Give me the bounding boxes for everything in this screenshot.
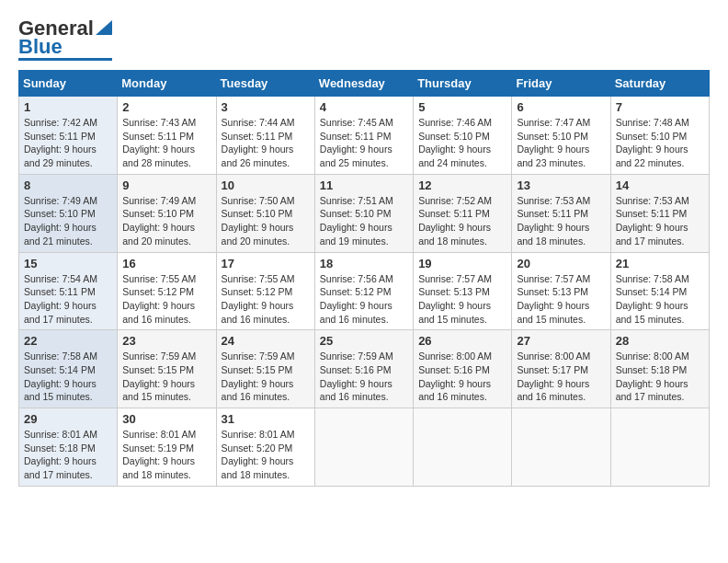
day-info: Sunrise: 7:42 AMSunset: 5:11 PMDaylight:…: [24, 116, 112, 170]
day-info: Sunrise: 7:58 AMSunset: 5:14 PMDaylight:…: [24, 350, 112, 404]
day-info: Sunrise: 7:49 AMSunset: 5:10 PMDaylight:…: [122, 194, 210, 248]
calendar-cell: 20Sunrise: 7:57 AMSunset: 5:13 PMDayligh…: [512, 252, 610, 330]
day-info: Sunrise: 8:01 AMSunset: 5:19 PMDaylight:…: [122, 428, 210, 482]
day-number: 4: [320, 100, 408, 114]
calendar-cell: 31Sunrise: 8:01 AMSunset: 5:20 PMDayligh…: [216, 408, 314, 487]
week-row-4: 22Sunrise: 7:58 AMSunset: 5:14 PMDayligh…: [19, 330, 710, 408]
day-info: Sunrise: 7:56 AMSunset: 5:12 PMDaylight:…: [320, 272, 408, 327]
logo: General Blue: [18, 18, 112, 61]
calendar-cell: 15Sunrise: 7:54 AMSunset: 5:11 PMDayligh…: [19, 252, 118, 330]
weekday-header-monday: Monday: [118, 71, 216, 97]
day-info: Sunrise: 7:48 AMSunset: 5:10 PMDaylight:…: [616, 116, 704, 170]
calendar-cell: 21Sunrise: 7:58 AMSunset: 5:14 PMDayligh…: [610, 252, 709, 330]
week-row-2: 8Sunrise: 7:49 AMSunset: 5:10 PMDaylight…: [19, 174, 710, 252]
day-number: 26: [418, 334, 506, 348]
day-number: 15: [24, 257, 112, 270]
day-info: Sunrise: 8:00 AMSunset: 5:18 PMDaylight:…: [616, 350, 704, 404]
day-number: 5: [418, 100, 506, 114]
day-number: 29: [24, 412, 112, 426]
calendar-cell: [610, 408, 709, 487]
calendar-cell: 16Sunrise: 7:55 AMSunset: 5:12 PMDayligh…: [118, 252, 216, 330]
day-number: 8: [24, 178, 112, 192]
day-info: Sunrise: 7:49 AMSunset: 5:10 PMDaylight:…: [24, 194, 112, 248]
day-info: Sunrise: 8:01 AMSunset: 5:20 PMDaylight:…: [222, 428, 310, 482]
calendar-cell: 18Sunrise: 7:56 AMSunset: 5:12 PMDayligh…: [314, 252, 413, 330]
calendar-cell: 5Sunrise: 7:46 AMSunset: 5:10 PMDaylight…: [414, 97, 512, 175]
weekday-header-saturday: Saturday: [610, 71, 709, 97]
week-row-5: 29Sunrise: 8:01 AMSunset: 5:18 PMDayligh…: [19, 408, 710, 487]
calendar-cell: 2Sunrise: 7:43 AMSunset: 5:11 PMDaylight…: [118, 97, 216, 175]
week-row-3: 15Sunrise: 7:54 AMSunset: 5:11 PMDayligh…: [19, 252, 710, 330]
calendar-cell: 10Sunrise: 7:50 AMSunset: 5:10 PMDayligh…: [216, 174, 314, 252]
day-number: 3: [222, 100, 310, 114]
day-number: 13: [517, 178, 605, 192]
day-number: 12: [418, 178, 506, 192]
calendar-cell: 7Sunrise: 7:48 AMSunset: 5:10 PMDaylight…: [610, 97, 709, 175]
day-number: 14: [616, 178, 704, 192]
calendar-cell: 9Sunrise: 7:49 AMSunset: 5:10 PMDaylight…: [118, 174, 216, 252]
logo-blue-text: Blue: [18, 37, 63, 57]
calendar-cell: 11Sunrise: 7:51 AMSunset: 5:10 PMDayligh…: [314, 174, 413, 252]
day-number: 7: [616, 100, 704, 114]
weekday-header-friday: Friday: [512, 71, 610, 97]
week-row-1: 1Sunrise: 7:42 AMSunset: 5:11 PMDaylight…: [19, 97, 710, 175]
day-info: Sunrise: 7:55 AMSunset: 5:12 PMDaylight:…: [222, 272, 310, 327]
calendar-cell: 19Sunrise: 7:57 AMSunset: 5:13 PMDayligh…: [414, 252, 512, 330]
calendar-cell: 3Sunrise: 7:44 AMSunset: 5:11 PMDaylight…: [216, 97, 314, 175]
day-number: 6: [517, 100, 605, 114]
day-info: Sunrise: 8:00 AMSunset: 5:16 PMDaylight:…: [418, 350, 506, 404]
day-number: 31: [222, 412, 310, 426]
day-number: 20: [517, 257, 605, 270]
day-info: Sunrise: 7:59 AMSunset: 5:15 PMDaylight:…: [122, 350, 210, 404]
day-number: 22: [24, 334, 112, 348]
day-number: 30: [122, 412, 210, 426]
day-info: Sunrise: 7:43 AMSunset: 5:11 PMDaylight:…: [122, 116, 210, 170]
day-info: Sunrise: 7:59 AMSunset: 5:16 PMDaylight:…: [320, 350, 408, 404]
day-info: Sunrise: 8:01 AMSunset: 5:18 PMDaylight:…: [24, 428, 112, 482]
day-number: 23: [122, 334, 210, 348]
day-info: Sunrise: 7:57 AMSunset: 5:13 PMDaylight:…: [517, 272, 605, 327]
day-info: Sunrise: 7:58 AMSunset: 5:14 PMDaylight:…: [616, 272, 704, 327]
day-number: 1: [24, 100, 112, 114]
calendar-cell: 4Sunrise: 7:45 AMSunset: 5:11 PMDaylight…: [314, 97, 413, 175]
day-number: 2: [122, 100, 210, 114]
day-number: 28: [616, 334, 704, 348]
day-info: Sunrise: 7:45 AMSunset: 5:11 PMDaylight:…: [320, 116, 408, 170]
day-info: Sunrise: 7:52 AMSunset: 5:11 PMDaylight:…: [418, 194, 506, 248]
day-info: Sunrise: 7:57 AMSunset: 5:13 PMDaylight:…: [418, 272, 506, 327]
day-number: 19: [418, 257, 506, 270]
calendar-cell: 30Sunrise: 8:01 AMSunset: 5:19 PMDayligh…: [118, 408, 216, 487]
day-number: 11: [320, 178, 408, 192]
calendar-cell: 14Sunrise: 7:53 AMSunset: 5:11 PMDayligh…: [610, 174, 709, 252]
day-number: 17: [222, 257, 310, 270]
calendar-cell: 25Sunrise: 7:59 AMSunset: 5:16 PMDayligh…: [314, 330, 413, 408]
calendar-cell: 24Sunrise: 7:59 AMSunset: 5:15 PMDayligh…: [216, 330, 314, 408]
weekday-header-tuesday: Tuesday: [216, 71, 314, 97]
calendar-body: 1Sunrise: 7:42 AMSunset: 5:11 PMDaylight…: [19, 97, 710, 487]
calendar-cell: 22Sunrise: 7:58 AMSunset: 5:14 PMDayligh…: [19, 330, 118, 408]
calendar-cell: 13Sunrise: 7:53 AMSunset: 5:11 PMDayligh…: [512, 174, 610, 252]
day-number: 27: [517, 334, 605, 348]
calendar-cell: 8Sunrise: 7:49 AMSunset: 5:10 PMDaylight…: [19, 174, 118, 252]
day-info: Sunrise: 7:47 AMSunset: 5:10 PMDaylight:…: [517, 116, 605, 170]
day-info: Sunrise: 8:00 AMSunset: 5:17 PMDaylight:…: [517, 350, 605, 404]
day-info: Sunrise: 7:54 AMSunset: 5:11 PMDaylight:…: [24, 272, 112, 327]
day-number: 18: [320, 257, 408, 270]
day-number: 9: [122, 178, 210, 192]
page-header: General Blue: [18, 18, 710, 61]
calendar-cell: 27Sunrise: 8:00 AMSunset: 5:17 PMDayligh…: [512, 330, 610, 408]
calendar-cell: 1Sunrise: 7:42 AMSunset: 5:11 PMDaylight…: [19, 97, 118, 175]
day-info: Sunrise: 7:53 AMSunset: 5:11 PMDaylight:…: [616, 194, 704, 248]
calendar-cell: 26Sunrise: 8:00 AMSunset: 5:16 PMDayligh…: [414, 330, 512, 408]
logo-arrow-icon: [96, 20, 112, 35]
calendar-cell: 6Sunrise: 7:47 AMSunset: 5:10 PMDaylight…: [512, 97, 610, 175]
calendar-cell: 23Sunrise: 7:59 AMSunset: 5:15 PMDayligh…: [118, 330, 216, 408]
day-info: Sunrise: 7:59 AMSunset: 5:15 PMDaylight:…: [222, 350, 310, 404]
day-info: Sunrise: 7:53 AMSunset: 5:11 PMDaylight:…: [517, 194, 605, 248]
day-number: 25: [320, 334, 408, 348]
calendar-cell: [512, 408, 610, 487]
calendar-cell: [414, 408, 512, 487]
calendar-cell: 29Sunrise: 8:01 AMSunset: 5:18 PMDayligh…: [19, 408, 118, 487]
weekday-header-thursday: Thursday: [414, 71, 512, 97]
day-number: 10: [222, 178, 310, 192]
